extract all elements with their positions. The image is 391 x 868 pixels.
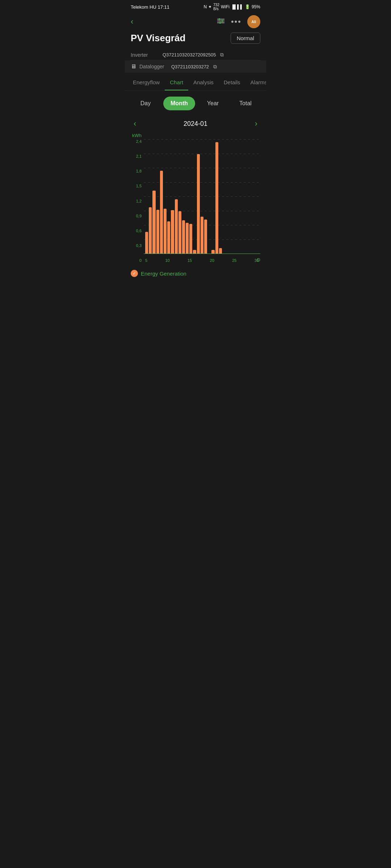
x-axis-label: 5 [145, 258, 147, 263]
prev-date-button[interactable]: ‹ [131, 118, 139, 130]
inverter-serial: Q3721103203272092505 [163, 52, 216, 58]
y-axis-label: 0,6 [131, 229, 142, 233]
y-axis-label: 2,1 [131, 154, 142, 158]
nav-tabs: Energyflow Chart Analysis Details Alarms [125, 75, 266, 91]
bar[interactable] [156, 210, 159, 254]
legend-label: Energy Generation [141, 271, 186, 277]
app-header: ‹ ••• Ali [125, 12, 266, 31]
bars-area [144, 140, 260, 254]
period-day[interactable]: Day [131, 97, 160, 110]
tab-details[interactable]: Details [219, 75, 245, 90]
device-info: Inverter Q3721103203272092505 ⧉ 🖥 Datalo… [125, 48, 266, 75]
bar[interactable] [171, 210, 174, 254]
bar[interactable] [197, 154, 200, 254]
svg-point-5 [219, 22, 221, 24]
bar[interactable] [149, 207, 152, 254]
x-axis: 51015202530 [144, 254, 260, 263]
period-selector: Day Month Year Total [125, 91, 266, 116]
legend-check-icon: ✓ [133, 271, 136, 276]
tab-analysis[interactable]: Analysis [188, 75, 219, 90]
y-axis-label: 1,5 [131, 184, 142, 188]
bar[interactable] [167, 221, 170, 254]
chart-container: kWh 00,30,60,91,21,51,82,12,4 5101520253… [125, 133, 266, 263]
x-axis-label: 10 [165, 258, 169, 263]
bar[interactable] [215, 142, 218, 254]
period-total[interactable]: Total [231, 97, 260, 110]
x-axis-label: 25 [232, 258, 236, 263]
tab-energyflow[interactable]: Energyflow [128, 75, 165, 90]
status-icons: Ν ✦ 732B/s WiFi ▐▌▌▌ 🔋 95% [204, 3, 260, 11]
bar[interactable] [178, 211, 181, 254]
datalogger-serial: Q3721103203272 [171, 64, 209, 69]
bar[interactable] [182, 220, 185, 254]
y-axis-label: 0 [131, 259, 142, 263]
bar[interactable] [201, 217, 203, 254]
status-badge: Normal [231, 33, 260, 44]
y-axis-label: 2,4 [131, 140, 142, 144]
bar[interactable] [145, 232, 148, 254]
battery-icon: 🔋 [245, 4, 250, 9]
date-label: 2024-01 [184, 120, 207, 128]
bar[interactable] [164, 209, 167, 254]
period-month[interactable]: Month [163, 97, 195, 110]
date-navigator: ‹ 2024-01 › [125, 116, 266, 133]
datalogger-row: 🖥 Datalogger Q3721103203272 ⧉ [125, 60, 266, 73]
legend: ✓ Energy Generation [125, 263, 266, 283]
bar[interactable] [152, 191, 155, 254]
x-axis-label: 20 [210, 258, 214, 263]
bar[interactable] [186, 223, 189, 254]
bluetooth-icon: ✦ [208, 4, 212, 9]
y-axis: 00,30,60,91,21,51,82,12,4 [131, 140, 142, 263]
copy-datalogger-icon[interactable]: ⧉ [213, 64, 217, 70]
y-axis-label: 0,3 [131, 244, 142, 248]
bar[interactable] [175, 199, 178, 254]
datalogger-icon: 🖥 [131, 63, 136, 70]
filter-icon[interactable] [216, 18, 225, 26]
svg-point-4 [221, 20, 223, 22]
more-button[interactable]: ••• [231, 17, 241, 26]
inverter-label: Inverter [131, 52, 160, 58]
nfc-icon: Ν [204, 4, 207, 9]
wifi-icon: WiFi [221, 4, 230, 9]
axis-d-label: D [257, 258, 260, 263]
tab-alarms[interactable]: Alarms [245, 75, 266, 90]
status-bar: Telekom HU 17:11 Ν ✦ 732B/s WiFi ▐▌▌▌ 🔋 … [125, 0, 266, 12]
datalogger-label: Datalogger [139, 64, 168, 69]
carrier-time: Telekom HU 17:11 [131, 4, 169, 10]
data-speed: 732B/s [213, 3, 219, 11]
bar[interactable] [204, 220, 207, 254]
header-actions: ••• Ali [216, 15, 260, 28]
back-button[interactable]: ‹ [131, 17, 133, 26]
avatar[interactable]: Ali [247, 15, 260, 28]
chart-wrapper: 00,30,60,91,21,51,82,12,4 51015202530 D [144, 140, 260, 263]
copy-inverter-icon[interactable]: ⧉ [220, 52, 224, 58]
inverter-row: Inverter Q3721103203272092505 ⧉ [131, 50, 260, 60]
chart-unit: kWh [132, 133, 260, 138]
y-axis-label: 1,8 [131, 169, 142, 173]
title-section: PV Visegrád Normal [125, 31, 266, 48]
svg-point-3 [218, 18, 220, 20]
bar[interactable] [219, 248, 222, 254]
tab-chart[interactable]: Chart [165, 75, 188, 90]
battery-percent: 95% [252, 4, 260, 9]
y-axis-label: 1,2 [131, 199, 142, 203]
legend-dot: ✓ [131, 270, 138, 277]
x-axis-label: 15 [188, 258, 192, 263]
y-axis-label: 0,9 [131, 214, 142, 218]
signal-icon: ▐▌▌▌ [231, 4, 243, 9]
bar[interactable] [160, 171, 163, 254]
bar[interactable] [189, 224, 192, 254]
page-title: PV Visegrád [131, 33, 185, 44]
sliders-icon [216, 18, 225, 24]
period-year[interactable]: Year [198, 97, 228, 110]
next-date-button[interactable]: › [252, 118, 260, 130]
